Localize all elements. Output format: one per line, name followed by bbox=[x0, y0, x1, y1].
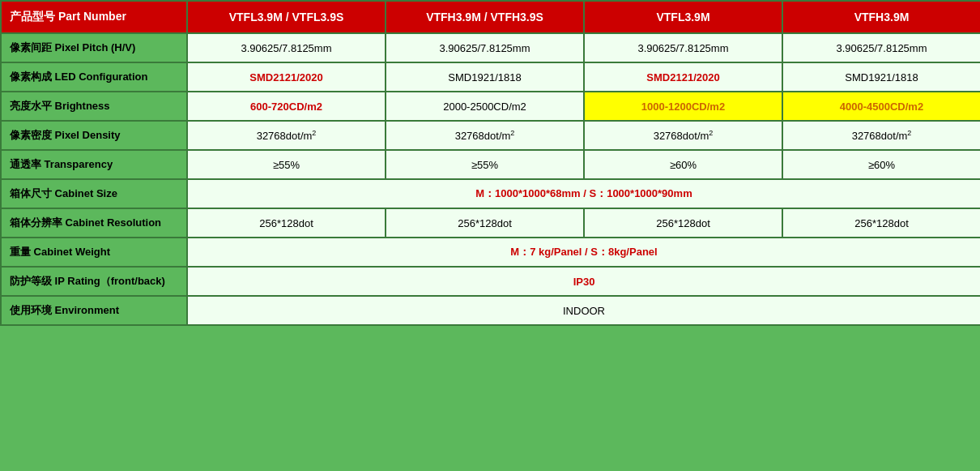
row-label-1: 像素构成 LED Configuration bbox=[1, 62, 187, 92]
cell-2-col4: 4000-4500CD/m2 bbox=[782, 92, 980, 121]
cell-4-col2: ≥55% bbox=[386, 150, 584, 179]
row-label-7: 重量 Cabinet Weight bbox=[1, 238, 187, 267]
row-label-3: 像素密度 Pixel Density bbox=[1, 121, 187, 150]
cell-1-col2: SMD1921/1818 bbox=[386, 62, 584, 92]
cell-2-col1: 600-720CD/m2 bbox=[187, 92, 386, 121]
cell-6-col4: 256*128dot bbox=[782, 208, 980, 238]
cell-4-col4: ≥60% bbox=[782, 150, 980, 179]
cell-0-col1: 3.90625/7.8125mm bbox=[187, 33, 386, 62]
merged-cell-7: M：7 kg/Panel / S：8kg/Panel bbox=[187, 238, 980, 267]
cell-3-col4: 32768dot/m2 bbox=[782, 121, 980, 150]
merged-cell-5: M：1000*1000*68mm / S：1000*1000*90mm bbox=[187, 179, 980, 208]
cell-1-col4: SMD1921/1818 bbox=[782, 62, 980, 92]
cell-4-col3: ≥60% bbox=[584, 150, 782, 179]
row-label-6: 箱体分辨率 Cabinet Resolution bbox=[1, 208, 187, 238]
row-label-5: 箱体尺寸 Cabinet Size bbox=[1, 179, 187, 208]
row-label-4: 通透率 Transparency bbox=[1, 150, 187, 179]
header-col1: VTFL3.9M / VTFL3.9S bbox=[187, 1, 386, 33]
header-col2: VTFH3.9M / VTFH3.9S bbox=[386, 1, 584, 33]
cell-6-col2: 256*128dot bbox=[386, 208, 584, 238]
header-col4: VTFH3.9M bbox=[782, 1, 980, 33]
row-label-0: 像素间距 Pixel Pitch (H/V) bbox=[1, 33, 187, 62]
row-label-2: 亮度水平 Brightness bbox=[1, 92, 187, 121]
header-label: 产品型号 Part Number bbox=[1, 1, 187, 33]
cell-3-col3: 32768dot/m2 bbox=[584, 121, 782, 150]
cell-0-col3: 3.90625/7.8125mm bbox=[584, 33, 782, 62]
cell-1-col1: SMD2121/2020 bbox=[187, 62, 386, 92]
row-label-8: 防护等级 IP Rating（front/back) bbox=[1, 267, 187, 296]
cell-3-col2: 32768dot/m2 bbox=[386, 121, 584, 150]
cell-4-col1: ≥55% bbox=[187, 150, 386, 179]
cell-1-col3: SMD2121/2020 bbox=[584, 62, 782, 92]
cell-2-col2: 2000-2500CD/m2 bbox=[386, 92, 584, 121]
merged-cell-8: IP30 bbox=[187, 267, 980, 296]
merged-cell-9: INDOOR bbox=[187, 296, 980, 325]
header-col3: VTFL3.9M bbox=[584, 1, 782, 33]
specs-table: 产品型号 Part Number VTFL3.9M / VTFL3.9S VTF… bbox=[0, 0, 980, 326]
row-label-9: 使用环境 Environment bbox=[1, 296, 187, 325]
cell-3-col1: 32768dot/m2 bbox=[187, 121, 386, 150]
cell-2-col3: 1000-1200CD/m2 bbox=[584, 92, 782, 121]
cell-6-col1: 256*128dot bbox=[187, 208, 386, 238]
cell-6-col3: 256*128dot bbox=[584, 208, 782, 238]
cell-0-col2: 3.90625/7.8125mm bbox=[386, 33, 584, 62]
cell-0-col4: 3.90625/7.8125mm bbox=[782, 33, 980, 62]
